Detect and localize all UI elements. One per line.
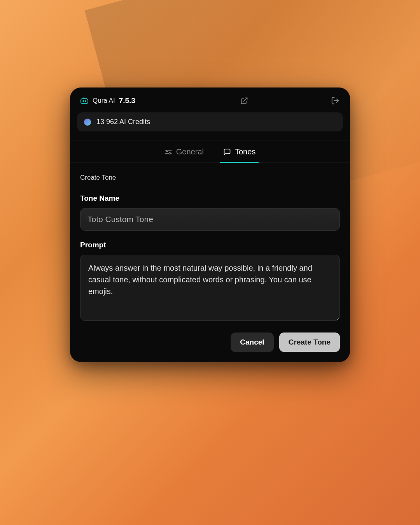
logout-icon[interactable] xyxy=(331,96,340,105)
tab-tones[interactable]: Tones xyxy=(223,147,256,163)
svg-point-2 xyxy=(85,101,86,102)
prompt-label: Prompt xyxy=(80,241,340,249)
header: Qura AI 7.5.3 xyxy=(70,88,350,112)
tab-tones-label: Tones xyxy=(235,147,256,156)
app-name: Qura AI xyxy=(93,97,115,105)
tabs: General Tones xyxy=(70,140,350,163)
section-title: Create Tone xyxy=(80,174,340,182)
tone-name-field: Tone Name xyxy=(80,194,340,231)
settings-window: Qura AI 7.5.3 13 962 AI Credits xyxy=(70,88,350,362)
svg-point-7 xyxy=(166,150,168,151)
button-row: Cancel Create Tone xyxy=(80,332,340,352)
credits-bar[interactable]: 13 962 AI Credits xyxy=(77,112,343,131)
chat-icon xyxy=(223,148,231,156)
svg-rect-0 xyxy=(81,99,88,104)
app-version: 7.5.3 xyxy=(119,96,135,105)
credits-dot-icon xyxy=(84,119,91,126)
svg-point-8 xyxy=(169,152,170,154)
svg-point-1 xyxy=(83,101,84,102)
create-tone-button[interactable]: Create Tone xyxy=(279,332,340,352)
sliders-icon xyxy=(164,148,172,156)
tone-name-input[interactable] xyxy=(80,208,340,231)
tab-general[interactable]: General xyxy=(164,147,204,163)
svg-line-3 xyxy=(243,98,247,102)
external-link-icon[interactable] xyxy=(240,96,249,105)
cancel-button[interactable]: Cancel xyxy=(231,332,273,352)
tone-name-label: Tone Name xyxy=(80,194,340,203)
prompt-input[interactable] xyxy=(80,255,340,321)
credits-text: 13 962 AI Credits xyxy=(96,118,150,126)
prompt-field: Prompt xyxy=(80,241,340,322)
tab-general-label: General xyxy=(176,147,204,156)
content: Create Tone Tone Name Prompt Cancel Crea… xyxy=(70,163,350,362)
app-logo-icon xyxy=(80,97,89,105)
